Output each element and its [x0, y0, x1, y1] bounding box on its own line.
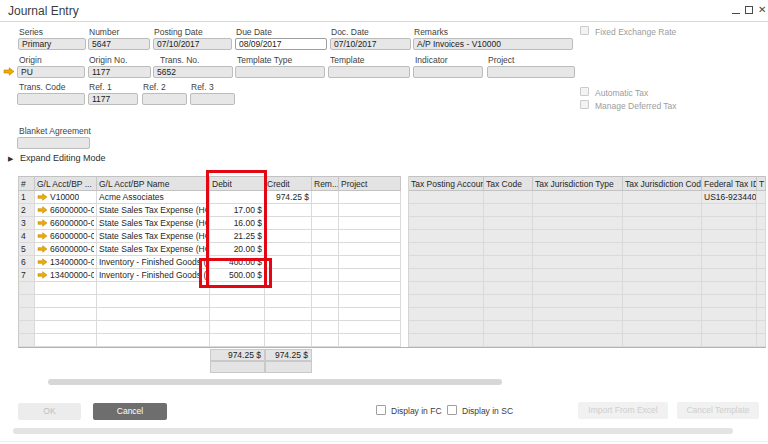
- cell-federal_tax_id[interactable]: [702, 334, 757, 347]
- cell-num[interactable]: [18, 321, 35, 334]
- cell-debit[interactable]: 17.00 $: [210, 204, 265, 217]
- cell-tax_posting_account[interactable]: [409, 217, 484, 230]
- fixed-exchange-rate-checkbox[interactable]: [580, 26, 589, 35]
- cell-tax_code[interactable]: [484, 230, 533, 243]
- cell-rem[interactable]: [312, 217, 339, 230]
- trans-no-field[interactable]: 5652: [153, 66, 233, 78]
- cell-acct[interactable]: [35, 282, 97, 295]
- expand-arrow-icon[interactable]: ▶: [8, 155, 13, 163]
- column-header-tax_posting_account[interactable]: Tax Posting Account: [409, 176, 484, 191]
- maximize-icon[interactable]: [745, 6, 753, 14]
- cell-num[interactable]: 7: [18, 269, 35, 282]
- cell-tax_code[interactable]: [484, 191, 533, 204]
- cell-name[interactable]: State Sales Tax Expense (HO, US: [97, 204, 210, 217]
- cell-credit[interactable]: [265, 243, 312, 256]
- cell-tax_posting_account[interactable]: [409, 191, 484, 204]
- cell-debit[interactable]: 400.00 $: [210, 256, 265, 269]
- cell-t[interactable]: [757, 230, 766, 243]
- minimize-icon[interactable]: [732, 13, 740, 14]
- cell-num[interactable]: 1: [18, 191, 35, 204]
- cell-rem[interactable]: [312, 308, 339, 321]
- cell-num[interactable]: 5: [18, 243, 35, 256]
- template-field[interactable]: [328, 66, 410, 78]
- cell-tax_jurisdiction_type[interactable]: [533, 191, 623, 204]
- column-header-name[interactable]: G/L Acct/BP Name: [97, 176, 210, 191]
- cell-credit[interactable]: [265, 230, 312, 243]
- cell-credit[interactable]: [265, 334, 312, 347]
- cell-name[interactable]: State Sales Tax Expense (HO, US: [97, 243, 210, 256]
- cancel-button[interactable]: Cancel: [93, 403, 167, 420]
- link-arrow-icon[interactable]: [37, 271, 48, 279]
- cell-federal_tax_id[interactable]: [702, 217, 757, 230]
- cell-rem[interactable]: [312, 321, 339, 334]
- cell-rem[interactable]: [312, 243, 339, 256]
- column-header-federal_tax_id[interactable]: Federal Tax ID: [702, 176, 757, 191]
- trans-code-field[interactable]: [17, 93, 85, 105]
- cell-project[interactable]: [339, 230, 401, 243]
- cell-t[interactable]: [757, 217, 766, 230]
- cell-name[interactable]: Acme Associates: [97, 191, 210, 204]
- cell-tax_posting_account[interactable]: [409, 269, 484, 282]
- posting-date-field[interactable]: 07/10/2017: [153, 38, 232, 50]
- cell-name[interactable]: State Sales Tax Expense (HO, US: [97, 230, 210, 243]
- cell-credit[interactable]: [265, 321, 312, 334]
- cell-t[interactable]: [757, 282, 766, 295]
- cell-tax_code[interactable]: [484, 282, 533, 295]
- cell-federal_tax_id[interactable]: [702, 321, 757, 334]
- cell-tax_code[interactable]: [484, 243, 533, 256]
- doc-date-field[interactable]: 07/10/2017: [330, 38, 411, 50]
- cell-t[interactable]: [757, 295, 766, 308]
- automatic-tax-checkbox[interactable]: [580, 87, 589, 96]
- cell-credit[interactable]: [265, 269, 312, 282]
- cell-acct[interactable]: 66000000-01-: [35, 217, 97, 230]
- cell-t[interactable]: [757, 321, 766, 334]
- cell-num[interactable]: [18, 308, 35, 321]
- cell-tax_posting_account[interactable]: [409, 230, 484, 243]
- remarks-field[interactable]: A/P Invoices - V10000: [413, 38, 573, 50]
- cell-tax_jurisdiction_type[interactable]: [533, 217, 623, 230]
- cell-tax_code[interactable]: [484, 217, 533, 230]
- cell-name[interactable]: [97, 295, 210, 308]
- cell-project[interactable]: [339, 334, 401, 347]
- ref1-field[interactable]: 1177: [88, 93, 138, 105]
- cell-acct[interactable]: [35, 321, 97, 334]
- cell-num[interactable]: 3: [18, 217, 35, 230]
- cell-debit[interactable]: 20.00 $: [210, 243, 265, 256]
- cell-rem[interactable]: [312, 269, 339, 282]
- cell-credit[interactable]: [265, 295, 312, 308]
- column-header-credit[interactable]: Credit: [265, 176, 312, 191]
- cell-acct[interactable]: [35, 308, 97, 321]
- cell-tax_posting_account[interactable]: [409, 243, 484, 256]
- cell-acct[interactable]: [35, 295, 97, 308]
- cell-credit[interactable]: [265, 308, 312, 321]
- series-field[interactable]: Primary: [18, 38, 86, 50]
- cell-tax_jurisdiction_type[interactable]: [533, 204, 623, 217]
- cell-project[interactable]: [339, 204, 401, 217]
- cell-tax_jurisdiction_code[interactable]: [623, 204, 702, 217]
- cell-debit[interactable]: [210, 191, 265, 204]
- cell-debit[interactable]: [210, 295, 265, 308]
- cell-project[interactable]: [339, 282, 401, 295]
- cell-debit[interactable]: [210, 334, 265, 347]
- cell-tax_posting_account[interactable]: [409, 282, 484, 295]
- cell-tax_posting_account[interactable]: [409, 321, 484, 334]
- display-in-fc-checkbox[interactable]: [376, 405, 386, 415]
- link-arrow-icon[interactable]: [37, 193, 48, 201]
- column-header-num[interactable]: #: [18, 176, 35, 191]
- cell-name[interactable]: [97, 321, 210, 334]
- column-header-tax_jurisdiction_code[interactable]: Tax Jurisdiction Code: [623, 176, 702, 191]
- display-in-sc-checkbox[interactable]: [447, 405, 457, 415]
- cell-credit[interactable]: [265, 282, 312, 295]
- cell-credit[interactable]: [265, 217, 312, 230]
- cell-tax_jurisdiction_code[interactable]: [623, 230, 702, 243]
- cell-federal_tax_id[interactable]: [702, 269, 757, 282]
- cell-t[interactable]: [757, 308, 766, 321]
- cell-acct[interactable]: 66000000-01-: [35, 204, 97, 217]
- cell-rem[interactable]: [312, 256, 339, 269]
- due-date-field[interactable]: 08/09/2017: [235, 38, 327, 50]
- cell-tax_jurisdiction_type[interactable]: [533, 243, 623, 256]
- cell-name[interactable]: Inventory - Finished Goods (HO: [97, 256, 210, 269]
- cell-federal_tax_id[interactable]: US16-923440: [702, 191, 757, 204]
- cell-tax_jurisdiction_code[interactable]: [623, 334, 702, 347]
- expand-editing-mode[interactable]: Expand Editing Mode: [20, 153, 106, 163]
